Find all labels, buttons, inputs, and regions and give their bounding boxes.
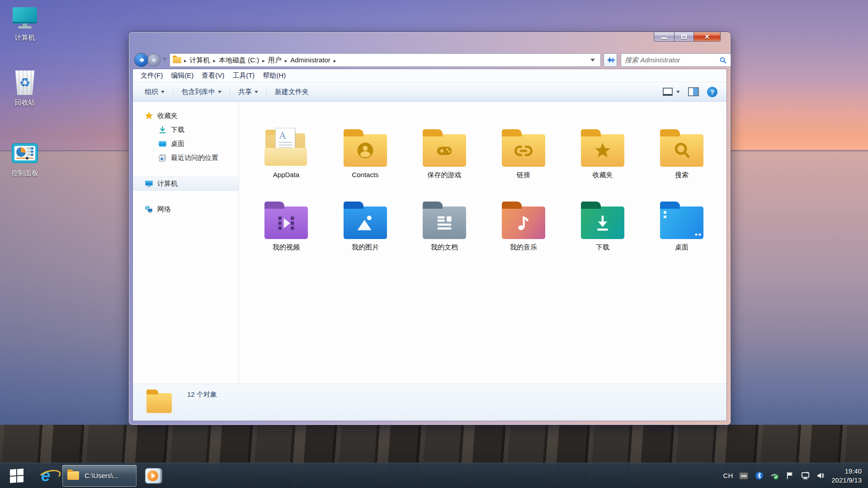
desktop-icon-label: 计算机 — [1, 33, 49, 42]
tray-display-icon[interactable] — [801, 471, 810, 480]
sidebar-item-label: 收藏夹 — [157, 112, 178, 120]
sidebar-item-download[interactable]: 下载 — [133, 123, 239, 137]
caret-down-icon — [218, 91, 222, 93]
change-view-button[interactable] — [663, 88, 680, 96]
toolbar-include-in-library-button[interactable]: 包含到库中 — [175, 85, 228, 99]
help-button[interactable]: ? — [707, 87, 717, 97]
sidebar-item-favorites-star[interactable]: 收藏夹 — [133, 109, 239, 123]
file-item[interactable]: 链接 — [487, 128, 560, 179]
address-row: ▸计算机▸本地磁盘 (C:)▸用户▸Administrator▸ 搜索 Admi… — [133, 53, 726, 67]
menu-item[interactable]: 帮助(H) — [259, 71, 290, 80]
internet-explorer-icon: e — [41, 467, 51, 484]
file-item[interactable]: 我的音乐 — [487, 200, 560, 252]
breadcrumb-separator-icon: ▸ — [183, 58, 188, 63]
file-item[interactable]: 收藏夹 — [566, 128, 639, 179]
search-icon[interactable] — [719, 56, 727, 64]
caption-buttons: ✕ — [654, 32, 721, 42]
back-button[interactable] — [134, 53, 148, 67]
windows-logo-icon — [10, 468, 24, 483]
toolbar-new-folder-button[interactable]: 新建文件夹 — [269, 85, 315, 99]
appdata-folder-icon: A — [264, 128, 309, 167]
file-item[interactable]: 下载 — [566, 200, 639, 252]
documents-folder-icon — [423, 206, 466, 239]
input-language-indicator[interactable]: CH — [723, 472, 733, 479]
forward-button[interactable] — [147, 53, 160, 66]
maximize-button[interactable] — [674, 32, 694, 42]
file-list-area[interactable]: A AppDataContacts保存的游戏链接收藏夹搜索我的视频我的图片我的文… — [239, 102, 726, 384]
address-dropdown-icon[interactable] — [590, 59, 595, 61]
window-client-area: 文件(F)编辑(E)查看(V)工具(T)帮助(H) 组织包含到库中共享新建文件夹… — [133, 69, 726, 421]
breadcrumb-separator-icon: ▸ — [212, 58, 217, 63]
sidebar-item-recent-places[interactable]: 最近访问的位置 — [133, 151, 239, 165]
file-item[interactable]: 保存的游戏 — [408, 128, 481, 179]
breadcrumb-separator-icon: ▸ — [284, 58, 288, 63]
sidebar-item-desktop[interactable]: 桌面 — [133, 137, 239, 151]
tray-volume-icon[interactable] — [816, 471, 825, 480]
file-item-label: 我的音乐 — [510, 243, 537, 252]
preview-pane-button[interactable] — [688, 87, 699, 96]
address-bar[interactable]: ▸计算机▸本地磁盘 (C:)▸用户▸Administrator▸ — [170, 53, 601, 67]
file-item[interactable]: 搜索 — [646, 128, 718, 179]
file-item-label: Contacts — [352, 171, 378, 178]
file-item[interactable]: A AppData — [250, 128, 322, 179]
address-folder-icon — [173, 57, 181, 63]
refresh-button[interactable] — [604, 53, 617, 67]
tray-bluetooth-icon[interactable] — [755, 471, 764, 480]
start-button[interactable] — [0, 463, 33, 488]
desktop-icon-recycle-bin[interactable]: ♻回收站 — [1, 69, 49, 107]
file-item[interactable]: 桌面 — [646, 200, 718, 252]
task-label: C:\Users\... — [85, 472, 118, 479]
toolbar-organize-button[interactable]: 组织 — [138, 85, 171, 99]
sidebar-item-computer[interactable]: 计算机 — [133, 177, 239, 191]
computer-icon — [145, 179, 153, 188]
breadcrumb-separator-icon: ▸ — [333, 58, 337, 63]
desktop-icon-label: 回收站 — [1, 99, 49, 107]
menu-item[interactable]: 编辑(E) — [167, 71, 198, 80]
breadcrumb-item[interactable]: 计算机 — [188, 56, 212, 64]
views-caret-icon — [676, 91, 680, 93]
breadcrumb-item[interactable]: 本地磁盘 (C:) — [217, 56, 261, 64]
command-toolbar: 组织包含到库中共享新建文件夹 ? — [133, 82, 726, 102]
file-item[interactable]: 我的文档 — [408, 200, 481, 252]
file-item[interactable]: 我的图片 — [329, 200, 401, 252]
toolbar-share-button[interactable]: 共享 — [232, 85, 264, 99]
network-icon — [145, 205, 153, 214]
file-item-label: 下载 — [596, 243, 609, 252]
tray-vmware-icon[interactable]: vm — [739, 471, 748, 480]
file-item-label: 我的视频 — [273, 243, 300, 252]
contacts-folder-icon — [344, 134, 387, 167]
breadcrumb-separator-icon: ▸ — [261, 58, 266, 63]
tray-action-flag-icon[interactable] — [785, 471, 794, 480]
search-input[interactable]: 搜索 Administrator — [621, 53, 731, 67]
close-button[interactable]: ✕ — [693, 32, 721, 42]
internet-explorer-button[interactable]: e — [33, 463, 58, 488]
file-item-label: AppData — [273, 171, 299, 178]
breadcrumb-item[interactable]: 用户 — [266, 56, 284, 64]
taskbar-clock[interactable]: 19:40 2021/9/13 — [831, 467, 862, 484]
download-icon — [158, 126, 167, 134]
recent-pages-chevron-icon[interactable] — [162, 58, 167, 61]
file-item[interactable]: 我的视频 — [250, 200, 322, 252]
desktop-icon-computer[interactable]: 计算机 — [1, 4, 49, 42]
menu-item[interactable]: 文件(F) — [137, 71, 167, 80]
toolbar-label: 共享 — [238, 88, 252, 96]
file-item-label: 保存的游戏 — [428, 171, 462, 179]
menu-item[interactable]: 工具(T) — [228, 71, 259, 80]
desktop-folder-icon — [660, 206, 703, 239]
desktop-icon-control-panel[interactable]: 控制面板 — [1, 139, 49, 178]
tray-network-ok-icon[interactable] — [770, 471, 779, 480]
file-item-label: 我的图片 — [352, 243, 379, 252]
file-item[interactable]: Contacts — [329, 128, 401, 179]
media-player-button[interactable] — [143, 463, 163, 488]
caret-down-icon — [255, 91, 258, 93]
caret-down-icon — [161, 91, 165, 93]
sidebar-item-network[interactable]: 网络 — [133, 202, 239, 216]
sidebar-item-label: 计算机 — [157, 179, 178, 188]
minimize-button[interactable] — [654, 32, 675, 42]
breadcrumb-item[interactable]: Administrator — [288, 56, 332, 64]
pictures-folder-icon — [344, 206, 387, 239]
explorer-task-button[interactable]: C:\Users\... — [62, 465, 137, 487]
media-player-icon — [145, 468, 160, 483]
clock-time: 19:40 — [831, 467, 862, 476]
menu-item[interactable]: 查看(V) — [198, 71, 228, 80]
